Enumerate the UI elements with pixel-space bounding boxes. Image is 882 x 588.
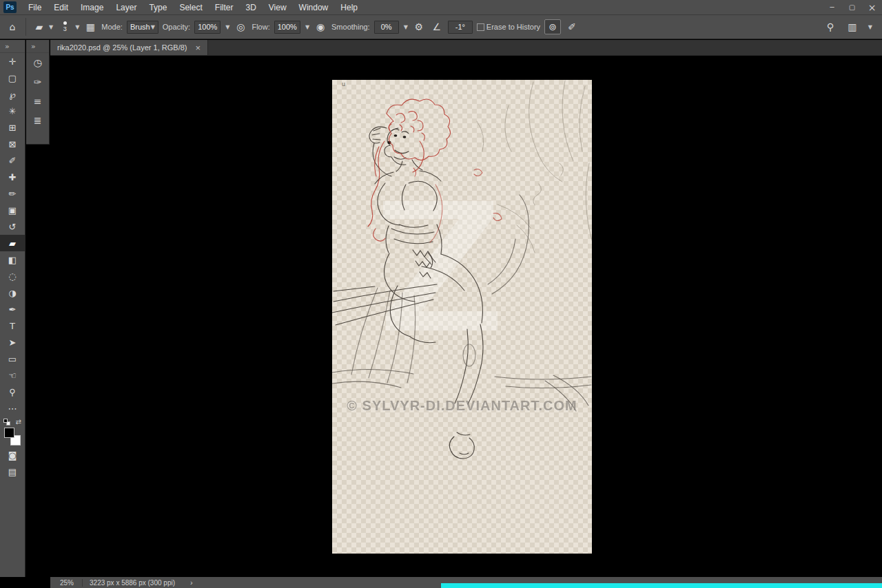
zoom-level-field[interactable]: 25% (50, 579, 82, 587)
chevron-down-icon[interactable]: ▼ (404, 24, 408, 30)
menu-help[interactable]: Help (334, 3, 364, 12)
hand-tool[interactable]: ☜ (0, 367, 25, 384)
erase-to-history-label: Erase to History (486, 23, 540, 31)
mode-dropdown[interactable]: Brush ▼ (127, 21, 158, 34)
photoshop-logo-icon[interactable]: Ps (3, 1, 17, 13)
chevron-down-icon: ▼ (75, 24, 79, 30)
brush-size-picker[interactable]: 3 ▼ (57, 21, 79, 32)
object-selection-tool[interactable]: ✳ (0, 103, 25, 119)
layers-panel-icon[interactable]: ≣ (26, 111, 49, 130)
eraser-tool[interactable]: ▰ (0, 235, 25, 251)
flow-field[interactable]: 100% (274, 21, 300, 34)
sketch-artwork: u (332, 80, 592, 554)
close-button[interactable]: × (862, 0, 882, 14)
edit-toolbar-button[interactable]: ⋯ (0, 400, 25, 417)
properties-panel-icon[interactable]: ≡ (26, 92, 49, 111)
document-tab-bar: rika2020.psd @ 25% (Layer 1, RGB/8) × (50, 40, 882, 56)
smoothing-label: Smoothing: (331, 23, 370, 31)
move-tool[interactable]: ✛ (0, 53, 25, 70)
dodge-tool[interactable]: ◑ (0, 284, 25, 301)
menu-filter[interactable]: Filter (209, 3, 240, 12)
pressure-size-icon[interactable]: ⊚ (544, 19, 561, 34)
panels-collapse-button[interactable]: » (26, 40, 49, 53)
rectangle-tool[interactable]: ▭ (0, 350, 25, 367)
brush-tip-preview: 3 (57, 21, 72, 32)
pen-tool[interactable]: ✒ (0, 301, 25, 317)
marquee-tool[interactable]: ▢ (0, 70, 25, 86)
toolbar-collapse-button[interactable]: » (0, 40, 25, 53)
open-document[interactable]: u © SYLVYR-DI.DEVIANTART.COM (332, 80, 592, 554)
brush-settings-toggle-icon[interactable]: ▦ (83, 20, 97, 34)
document-area: rika2020.psd @ 25% (Layer 1, RGB/8) × (50, 40, 882, 577)
lasso-tool[interactable]: ℘ (0, 86, 25, 103)
menu-file[interactable]: File (22, 3, 48, 12)
crop-tool[interactable]: ⊞ (0, 119, 25, 136)
watermark-logo (383, 201, 498, 330)
chevron-down-icon[interactable]: ▼ (225, 24, 229, 30)
workspace-switcher-icon[interactable]: ▥ (845, 20, 859, 34)
screen-mode-button[interactable]: ▤ (0, 463, 25, 480)
menu-select[interactable]: Select (173, 3, 208, 12)
tool-list: ✛▢℘✳⊞⊠✐✚✏▣↺▰◧◌◑✒T➤▭☜⚲⋯ (0, 53, 25, 417)
menu-edit[interactable]: Edit (48, 3, 74, 12)
history-panel-icon[interactable]: ◷ (26, 53, 49, 72)
tablet-pressure-icon[interactable]: ✐ (565, 20, 579, 34)
erase-to-history-checkbox[interactable] (477, 23, 484, 31)
airbrush-icon[interactable]: ◉ (314, 20, 327, 34)
menu-type[interactable]: Type (143, 3, 173, 12)
brush-tool[interactable]: ✏ (0, 185, 25, 202)
collapsed-panels-dock: » ◷✑≡≣ (26, 40, 50, 145)
document-info: 3223 px x 5886 px (300 ppi) (90, 579, 175, 587)
tool-preset-picker[interactable]: ▰ ▼ (32, 20, 53, 34)
color-controls: ⇄ (0, 418, 25, 445)
blur-tool[interactable]: ◌ (0, 268, 25, 284)
smoothing-value: 0% (381, 23, 392, 31)
pressure-opacity-icon[interactable]: ◎ (234, 20, 247, 34)
default-colors-icon[interactable] (3, 419, 10, 426)
zoom-tool[interactable]: ⚲ (0, 384, 25, 400)
healing-brush-tool[interactable]: ✚ (0, 169, 25, 185)
erase-to-history-option[interactable]: Erase to History (477, 23, 540, 31)
background-branches (477, 81, 592, 253)
corner-mark: u (342, 81, 345, 87)
frame-tool[interactable]: ⊠ (0, 136, 25, 152)
menu-view[interactable]: View (263, 3, 293, 12)
brush-tip-dot (63, 21, 67, 25)
workspace: » ✛▢℘✳⊞⊠✐✚✏▣↺▰◧◌◑✒T➤▭☜⚲⋯ ⇄ ◙▤ » ◷✑≡≣ (0, 40, 882, 588)
document-tab-title: rika2020.psd @ 25% (Layer 1, RGB/8) (57, 43, 187, 52)
type-tool[interactable]: T (0, 317, 25, 334)
gradient-tool[interactable]: ◧ (0, 251, 25, 268)
chevron-down-icon[interactable]: ▼ (305, 24, 309, 30)
smoothing-gear-icon[interactable]: ⚙ (412, 20, 426, 34)
brush-size-value: 3 (63, 26, 67, 32)
opacity-value: 100% (198, 23, 217, 31)
minimize-button[interactable]: ─ (822, 0, 842, 14)
path-selection-tool[interactable]: ➤ (0, 334, 25, 350)
tool-bottom-buttons: ◙▤ (0, 447, 25, 480)
chevron-down-icon[interactable]: ▼ (868, 24, 872, 30)
search-icon[interactable]: ⚲ (823, 20, 837, 34)
smoothing-field[interactable]: 0% (374, 21, 399, 34)
options-bar-right: ⚲ ▥ ▼ (823, 20, 876, 34)
menu-layer[interactable]: Layer (110, 3, 143, 12)
brush-settings-panel-icon[interactable]: ✑ (26, 72, 49, 92)
foreground-color-swatch[interactable] (4, 428, 14, 438)
menu-3d[interactable]: 3D (239, 3, 262, 12)
chevron-down-icon: ▼ (49, 24, 53, 30)
tab-close-icon[interactable]: × (195, 43, 201, 52)
angle-icon: ∠ (430, 20, 444, 34)
clone-stamp-tool[interactable]: ▣ (0, 202, 25, 218)
restore-button[interactable]: ▢ (842, 0, 862, 14)
status-chevron-icon[interactable]: › (190, 578, 193, 587)
document-tab[interactable]: rika2020.psd @ 25% (Layer 1, RGB/8) × (50, 40, 208, 55)
home-icon[interactable]: ⌂ (6, 20, 19, 34)
swap-colors-icon[interactable]: ⇄ (16, 418, 21, 426)
eyedropper-tool[interactable]: ✐ (0, 152, 25, 169)
menu-window[interactable]: Window (293, 3, 335, 12)
quick-mask-button[interactable]: ◙ (0, 447, 25, 463)
angle-field[interactable]: -1° (448, 21, 473, 34)
menu-image[interactable]: Image (74, 3, 110, 12)
history-brush-tool[interactable]: ↺ (0, 218, 25, 235)
canvas-pasteboard[interactable]: u © SYLVYR-DI.DEVIANTART.COM (50, 56, 882, 577)
opacity-field[interactable]: 100% (194, 21, 220, 34)
